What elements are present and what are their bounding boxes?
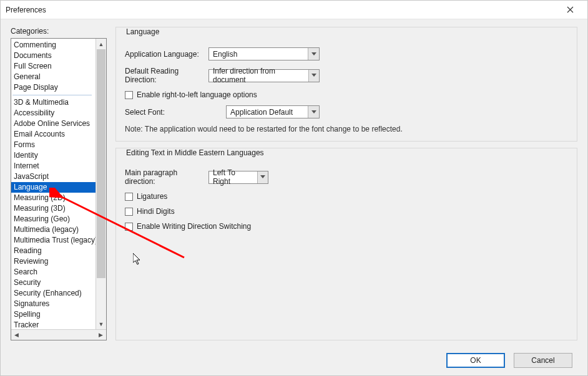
close-button[interactable]: [557, 1, 582, 19]
category-item[interactable]: Multimedia Trust (legacy): [11, 235, 96, 246]
footer: OK Cancel: [1, 345, 587, 375]
scroll-down-icon[interactable]: ▼: [96, 319, 106, 329]
ligatures-checkbox[interactable]: [125, 193, 133, 201]
preferences-dialog: Preferences Categories: CommentingDocume…: [0, 0, 588, 376]
categories-scrollbar-vertical[interactable]: ▲ ▼: [96, 39, 106, 329]
middle-eastern-group-title: Editing Text in Middle Eastern Languages: [125, 148, 265, 157]
font-restart-note: Note: The application would need to be r…: [125, 125, 568, 133]
category-item[interactable]: Identity: [11, 150, 96, 161]
ligatures-label: Ligatures: [137, 192, 167, 201]
reading-direction-combo[interactable]: Infer direction from document: [208, 69, 320, 82]
category-item[interactable]: Measuring (3D): [11, 203, 96, 214]
application-language-label: Application Language:: [125, 50, 208, 59]
category-separator: [12, 95, 92, 95]
categories-scrollbar-horizontal[interactable]: ◀ ▶: [11, 329, 106, 340]
rtl-options-label: Enable right-to-left language options: [137, 90, 257, 99]
category-item[interactable]: Commenting: [11, 40, 96, 51]
category-item[interactable]: JavaScript: [11, 171, 96, 182]
category-item[interactable]: Reading: [11, 246, 96, 256]
chevron-down-icon: [311, 74, 316, 77]
category-item[interactable]: Search: [11, 267, 96, 277]
category-item[interactable]: Adobe Online Services: [11, 118, 96, 129]
select-font-combo[interactable]: Application Default: [226, 105, 320, 118]
category-item[interactable]: Measuring (Geo): [11, 214, 96, 224]
writing-direction-label: Enable Writing Direction Switching: [137, 222, 251, 231]
writing-direction-checkbox[interactable]: [125, 223, 133, 231]
chevron-down-icon: [311, 52, 316, 56]
language-group-title: Language: [125, 27, 160, 36]
hindi-digits-checkbox[interactable]: [125, 208, 133, 216]
select-font-label: Select Font:: [125, 108, 208, 117]
ok-button[interactable]: OK: [446, 353, 505, 368]
reading-direction-label: Default Reading Direction:: [125, 67, 208, 84]
category-item[interactable]: Security (Enhanced): [11, 288, 96, 299]
category-item[interactable]: Email Accounts: [11, 129, 96, 140]
scroll-left-icon[interactable]: ◀: [11, 330, 22, 340]
paragraph-direction-label: Main paragraph direction:: [125, 168, 208, 186]
category-item[interactable]: Tracker: [11, 320, 96, 329]
titlebar: Preferences: [1, 1, 587, 19]
window-title: Preferences: [6, 6, 46, 14]
rtl-options-checkbox[interactable]: [125, 91, 133, 99]
category-item[interactable]: Signatures: [11, 299, 96, 309]
hindi-digits-label: Hindi Digits: [137, 207, 175, 216]
category-item[interactable]: Security: [11, 277, 96, 288]
cancel-button[interactable]: Cancel: [514, 353, 572, 368]
application-language-combo[interactable]: English: [208, 47, 320, 60]
category-item[interactable]: Page Display: [11, 82, 96, 93]
language-group: Language Application Language: English D…: [115, 27, 577, 142]
category-item[interactable]: 3D & Multimedia: [11, 97, 96, 108]
category-item[interactable]: Forms: [11, 140, 96, 150]
categories-listbox[interactable]: CommentingDocumentsFull ScreenGeneralPag…: [11, 38, 107, 340]
category-item[interactable]: Language: [11, 182, 96, 193]
category-item[interactable]: Full Screen: [11, 61, 96, 72]
scroll-up-icon[interactable]: ▲: [96, 39, 106, 49]
scroll-right-icon[interactable]: ▶: [96, 330, 106, 340]
close-icon: [567, 6, 574, 13]
chevron-down-icon: [260, 175, 265, 179]
category-item[interactable]: Documents: [11, 51, 96, 61]
category-item[interactable]: Multimedia (legacy): [11, 224, 96, 235]
category-item[interactable]: Reviewing: [11, 256, 96, 267]
category-item[interactable]: General: [11, 72, 96, 82]
middle-eastern-group: Editing Text in Middle Eastern Languages…: [115, 148, 577, 340]
category-item[interactable]: Internet: [11, 161, 96, 171]
category-item[interactable]: Spelling: [11, 309, 96, 320]
categories-heading: Categories:: [11, 27, 107, 36]
chevron-down-icon: [311, 110, 316, 114]
category-item[interactable]: Accessibility: [11, 108, 96, 118]
category-item[interactable]: Measuring (2D): [11, 193, 96, 203]
paragraph-direction-combo[interactable]: Left To Right: [208, 171, 268, 184]
